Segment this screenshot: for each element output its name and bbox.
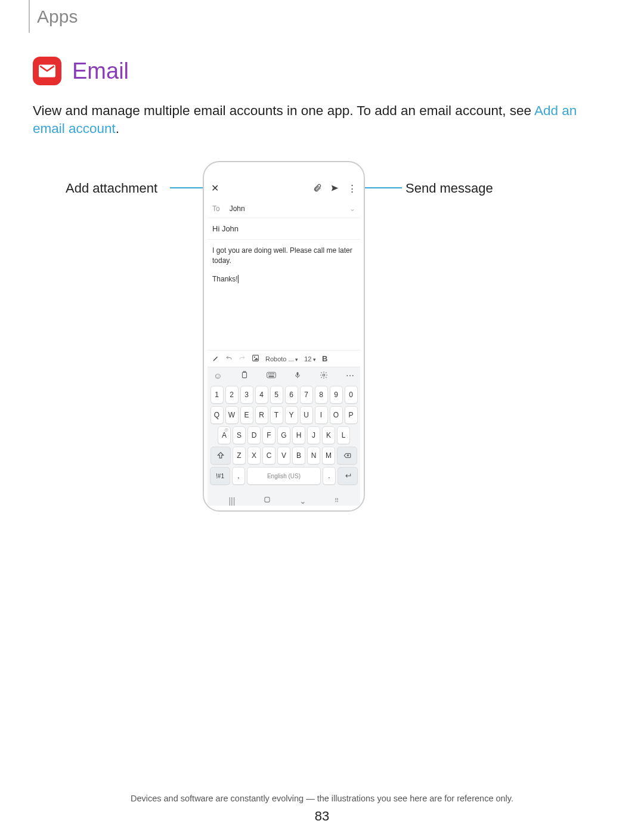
svg-rect-2 — [242, 372, 246, 377]
key-1[interactable]: 1 — [210, 386, 224, 404]
key-d[interactable]: D — [247, 426, 261, 444]
emoji-icon[interactable]: ☺ — [213, 371, 222, 381]
page-title: Email — [72, 58, 129, 84]
bottom-row: !#1 , English (US) . — [209, 467, 359, 485]
expand-recipients-icon[interactable]: ⌄ — [349, 205, 355, 213]
close-icon[interactable]: ✕ — [211, 182, 219, 194]
key-u[interactable]: U — [300, 406, 313, 424]
callout-add-attachment: Add attachment — [66, 181, 157, 196]
email-app-icon — [33, 57, 61, 85]
backspace-key[interactable] — [337, 447, 357, 465]
qwerty-row-1: Q W E R T Y U I O P — [209, 406, 359, 424]
key-r[interactable]: R — [255, 406, 268, 424]
key-7[interactable]: 7 — [300, 386, 313, 404]
key-2[interactable]: 2 — [225, 386, 239, 404]
shift-key[interactable] — [210, 447, 231, 465]
page-number: 83 — [0, 809, 644, 824]
key-v[interactable]: V — [277, 447, 290, 465]
key-s[interactable]: S — [233, 426, 246, 444]
pen-icon[interactable] — [212, 355, 219, 363]
svg-point-7 — [273, 373, 274, 374]
key-i[interactable]: I — [315, 406, 328, 424]
key-e[interactable]: E — [240, 406, 253, 424]
enter-key[interactable] — [338, 467, 358, 485]
footer-disclaimer: Devices and software are constantly evol… — [0, 794, 644, 803]
qwerty-row-2: @A S D F G H J K L — [209, 426, 359, 444]
svg-point-10 — [323, 374, 325, 376]
number-row: 1 2 3 4 5 6 7 8 9 0 — [209, 386, 359, 404]
symbols-key[interactable]: !#1 — [210, 467, 230, 485]
key-b[interactable]: B — [292, 447, 305, 465]
key-f[interactable]: F — [262, 426, 275, 444]
mic-icon[interactable] — [294, 371, 301, 381]
undo-icon[interactable] — [225, 355, 233, 363]
keyboard-mode-icon[interactable] — [267, 371, 276, 381]
key-m[interactable]: M — [322, 447, 335, 465]
key-z[interactable]: Z — [233, 447, 246, 465]
svg-rect-0 — [253, 355, 259, 361]
key-0[interactable]: 0 — [345, 386, 358, 404]
key-t[interactable]: T — [270, 406, 283, 424]
key-9[interactable]: 9 — [330, 386, 343, 404]
period-key[interactable]: . — [323, 467, 336, 485]
svg-point-1 — [254, 357, 255, 358]
to-label: To — [212, 205, 220, 213]
send-icon[interactable] — [330, 184, 339, 193]
bold-button[interactable]: B — [322, 354, 327, 363]
svg-point-5 — [270, 373, 271, 374]
svg-rect-9 — [297, 372, 299, 376]
key-y[interactable]: Y — [285, 406, 298, 424]
key-g[interactable]: G — [277, 426, 290, 444]
key-j[interactable]: J — [307, 426, 320, 444]
body-line-2: Thanks! — [212, 275, 238, 283]
clipboard-icon[interactable] — [240, 371, 249, 381]
recents-nav-icon[interactable]: ||| — [228, 496, 235, 506]
to-recipient[interactable]: John — [230, 205, 245, 213]
svg-rect-11 — [265, 497, 270, 502]
collapse-kb-icon[interactable]: ⌄ — [299, 496, 306, 506]
key-6[interactable]: 6 — [285, 386, 298, 404]
phone-illustration: ✕ ⋮ To John ⌄ Hi John I got you are — [203, 161, 365, 512]
body-line-1: I got you are doing well. Please call me… — [212, 246, 355, 266]
key-c[interactable]: C — [262, 447, 275, 465]
key-8[interactable]: 8 — [315, 386, 328, 404]
key-w[interactable]: W — [225, 406, 239, 424]
key-4[interactable]: 4 — [255, 386, 268, 404]
description-text-suffix: . — [116, 121, 119, 136]
callout-send-message: Send message — [405, 181, 493, 196]
description-text-prefix: View and manage multiple email accounts … — [33, 103, 534, 118]
key-n[interactable]: N — [307, 447, 320, 465]
svg-point-4 — [268, 373, 269, 374]
key-q[interactable]: Q — [210, 406, 224, 424]
key-o[interactable]: O — [330, 406, 343, 424]
font-size-selector[interactable]: 12 — [304, 355, 316, 363]
svg-rect-3 — [267, 372, 276, 377]
key-a[interactable]: @A — [218, 426, 231, 444]
home-nav-icon[interactable] — [263, 496, 271, 506]
key-x[interactable]: X — [247, 447, 261, 465]
settings-icon[interactable] — [320, 371, 328, 381]
svg-point-6 — [272, 373, 273, 374]
key-k[interactable]: K — [322, 426, 335, 444]
comma-key[interactable]: , — [232, 467, 245, 485]
key-3[interactable]: 3 — [240, 386, 253, 404]
qwerty-row-3: Z X C V B N M — [209, 447, 359, 465]
subject-field[interactable]: Hi John — [208, 218, 360, 240]
key-h[interactable]: H — [292, 426, 305, 444]
image-icon[interactable] — [252, 354, 259, 363]
more-icon[interactable]: ⋮ — [348, 183, 357, 194]
more-kb-icon[interactable]: ⋯ — [346, 371, 354, 381]
key-5[interactable]: 5 — [270, 386, 283, 404]
description: View and manage multiple email accounts … — [33, 102, 611, 138]
svg-rect-8 — [269, 376, 274, 376]
key-p[interactable]: P — [345, 406, 358, 424]
space-key[interactable]: English (US) — [247, 467, 321, 485]
section-header: Apps — [37, 7, 78, 27]
key-l[interactable]: L — [337, 426, 350, 444]
email-body[interactable]: I got you are doing well. Please call me… — [208, 240, 360, 350]
redo-icon[interactable] — [239, 355, 246, 363]
font-selector[interactable]: Roboto ... — [265, 355, 298, 363]
keyboard-nav-icon[interactable]: ⠿ — [335, 497, 339, 504]
attachment-icon[interactable] — [313, 184, 322, 193]
